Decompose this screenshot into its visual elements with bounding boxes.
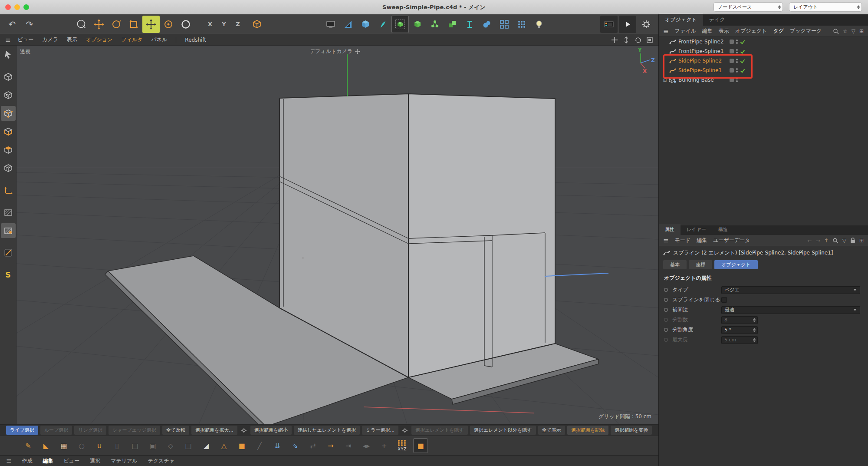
ring-selection-button[interactable]: リング選択 bbox=[74, 426, 106, 435]
am-menu-mode[interactable]: モード bbox=[675, 237, 691, 244]
magnet-tool-icon[interactable]: ∪ bbox=[92, 438, 107, 453]
panel-layout-icon[interactable]: ⊞ bbox=[859, 238, 864, 244]
viewport-menu-icon[interactable]: ≡ bbox=[5, 36, 11, 44]
menu-create[interactable]: 作成 bbox=[22, 457, 33, 465]
menu-material[interactable]: マテリアル bbox=[111, 457, 137, 465]
visibility-dots[interactable] bbox=[736, 59, 738, 63]
arrow-right-tool-icon[interactable]: → bbox=[323, 438, 338, 453]
enabled-check-icon[interactable] bbox=[740, 40, 745, 44]
lock-icon[interactable] bbox=[850, 238, 855, 243]
xyz-snap-widget[interactable]: XYZ bbox=[395, 437, 410, 454]
knife-tool-icon[interactable]: ◢ bbox=[199, 438, 214, 453]
object-manager-menu-icon[interactable]: ≡ bbox=[663, 27, 669, 35]
am-menu-userdata[interactable]: ユーザーデータ bbox=[713, 237, 750, 244]
metaball-button[interactable] bbox=[478, 16, 496, 33]
arrows-diagonal-tool-icon[interactable]: ⇘ bbox=[288, 438, 302, 453]
viewport-solo-button[interactable] bbox=[1, 245, 16, 260]
layer-badge[interactable] bbox=[730, 40, 734, 44]
om-menu-bookmarks[interactable]: ブックマーク bbox=[790, 27, 822, 35]
extrude-tool-icon[interactable]: □ bbox=[128, 438, 142, 453]
swap-arrows-tool-icon[interactable]: ⇄ bbox=[306, 438, 320, 453]
bottom-menu-icon[interactable]: ≡ bbox=[6, 457, 12, 465]
enable-axis-button[interactable] bbox=[1, 183, 16, 198]
bookmark-star-icon[interactable]: ☆ bbox=[843, 28, 848, 34]
angle-field[interactable]: 5 ° bbox=[721, 326, 758, 334]
tab-attributes[interactable]: 属性 bbox=[659, 224, 681, 235]
pencil-tool-icon[interactable]: ✎ bbox=[21, 438, 36, 453]
visibility-dots[interactable] bbox=[736, 40, 738, 44]
cube-add-tool-icon[interactable]: ■ bbox=[234, 438, 249, 453]
parent-up-icon[interactable]: ↑ bbox=[824, 238, 829, 244]
rotate-tool-button[interactable] bbox=[108, 16, 125, 33]
scalpel-tool-icon[interactable]: ╱ bbox=[252, 438, 267, 453]
object-row[interactable]: FrontPipe-Spline2 bbox=[659, 37, 868, 46]
record-selection-button[interactable]: 選択範囲を記録 bbox=[567, 426, 608, 435]
tab-structure[interactable]: 構造 bbox=[712, 224, 734, 235]
texture-mode-button[interactable] bbox=[1, 88, 16, 102]
redo-button[interactable]: ↷ bbox=[21, 16, 38, 33]
cloner-button[interactable] bbox=[496, 16, 513, 33]
filter-icon[interactable]: ▽ bbox=[852, 28, 855, 34]
hide-unselected-button[interactable]: 選択エレメント以外を隠す bbox=[470, 426, 536, 435]
menu-texture[interactable]: テクスチャ bbox=[148, 457, 174, 465]
rotation-band-tool-button[interactable] bbox=[177, 16, 194, 33]
stamp-tool-icon[interactable]: ▯ bbox=[110, 438, 125, 453]
history-forward-icon[interactable]: → bbox=[816, 238, 820, 244]
scale-tool-button[interactable] bbox=[125, 16, 142, 33]
object-row[interactable]: ⊞ Building Base bbox=[659, 75, 868, 85]
shrink-selection-button[interactable]: 選択範囲を縮小 bbox=[250, 426, 292, 435]
lock-z-axis-button[interactable]: Z bbox=[231, 16, 245, 33]
3d-viewport[interactable]: Y Z X 透視 デフォルトカメラ グリッド間隔 : 50 cm bbox=[16, 46, 658, 424]
animation-dot-icon[interactable] bbox=[664, 288, 668, 292]
nodespace-select[interactable]: ノードスペース bbox=[713, 2, 783, 12]
coordinate-system-button[interactable] bbox=[248, 16, 266, 33]
om-menu-objects[interactable]: オブジェクト bbox=[735, 27, 767, 35]
pan-view-icon[interactable] bbox=[611, 36, 618, 43]
sharp-edge-selection-button[interactable]: シャープエッジ選択 bbox=[108, 426, 160, 435]
snap-workplane-button[interactable] bbox=[1, 223, 16, 238]
object-name[interactable]: FrontPipe-Spline1 bbox=[678, 48, 724, 54]
bridge-grid-tool-icon[interactable]: ▦ bbox=[56, 438, 71, 453]
workplane-button[interactable] bbox=[1, 205, 16, 220]
menu-view[interactable]: ビュー bbox=[18, 36, 34, 43]
menu-edit[interactable]: 編集 bbox=[43, 457, 53, 465]
object-name[interactable]: Building Base bbox=[678, 77, 714, 83]
stepper-icon[interactable] bbox=[753, 328, 756, 332]
filter-icon[interactable]: ▽ bbox=[842, 238, 846, 244]
visibility-dots[interactable] bbox=[736, 68, 738, 73]
arrow-bar-tool-icon[interactable]: ⇥ bbox=[341, 438, 356, 453]
menu-options[interactable]: オプション bbox=[86, 36, 112, 43]
points-mode-button[interactable] bbox=[1, 106, 16, 121]
convert-selection-button[interactable]: 選択範囲を変換 bbox=[611, 426, 652, 435]
play-button[interactable] bbox=[619, 16, 636, 33]
field-button[interactable] bbox=[461, 16, 478, 33]
bevel-tool-icon[interactable]: □ bbox=[181, 438, 196, 453]
menu-panel[interactable]: パネル bbox=[151, 36, 168, 43]
spline-pen-button[interactable] bbox=[374, 16, 391, 33]
active-move-axis-button[interactable] bbox=[142, 16, 160, 33]
animation-dot-icon[interactable] bbox=[664, 328, 668, 332]
move-tool-button[interactable] bbox=[90, 16, 108, 33]
tab-basic[interactable]: 基本 bbox=[663, 260, 687, 269]
tab-layers[interactable]: レイヤー bbox=[681, 224, 712, 235]
layer-badge[interactable] bbox=[730, 68, 734, 73]
enabled-check-icon[interactable] bbox=[740, 49, 745, 54]
interpolation-dropdown[interactable]: 最適 bbox=[721, 306, 860, 314]
layer-badge[interactable] bbox=[730, 78, 734, 82]
pen-nib-tool-icon[interactable]: ◣ bbox=[39, 438, 53, 453]
substance-button[interactable]: S bbox=[1, 268, 16, 282]
menu-filter[interactable]: フィルタ bbox=[121, 36, 142, 43]
search-icon[interactable] bbox=[833, 28, 839, 34]
object-row[interactable]: FrontPipe-Spline1 bbox=[659, 46, 868, 56]
brush-circle-tool-icon[interactable]: ○ bbox=[74, 438, 89, 453]
volume-builder-button[interactable] bbox=[444, 16, 461, 33]
menu-view-bottom[interactable]: ビュー bbox=[64, 457, 80, 465]
attribute-manager-menu-icon[interactable]: ≡ bbox=[663, 237, 669, 245]
layer-badge[interactable] bbox=[730, 59, 734, 63]
live-selection-button[interactable]: ライブ選択 bbox=[6, 426, 38, 435]
menu-display[interactable]: 表示 bbox=[67, 36, 77, 43]
tab-takes[interactable]: テイク bbox=[703, 14, 731, 26]
close-spline-checkbox[interactable] bbox=[721, 297, 727, 303]
live-selection-tool-button[interactable] bbox=[73, 16, 90, 33]
commander-cube-tool-icon[interactable]: ■ bbox=[413, 438, 428, 453]
